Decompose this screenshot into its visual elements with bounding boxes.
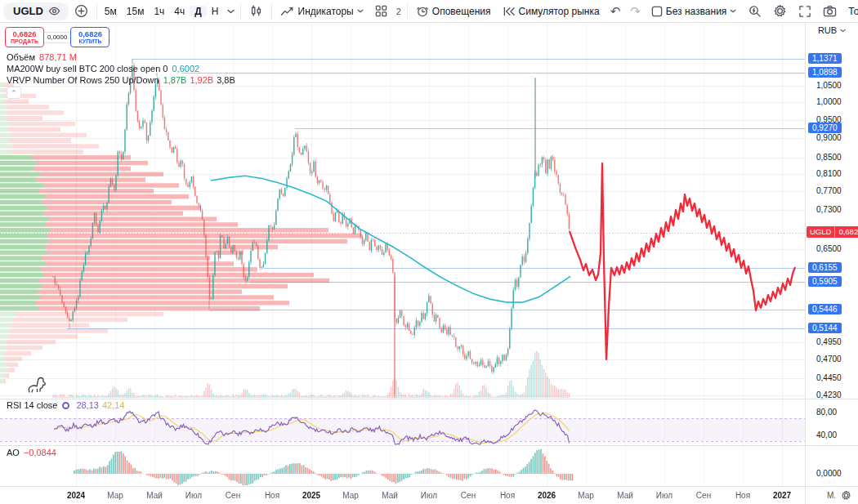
time-axis-month-label: Июл — [185, 491, 202, 500]
quick-search-button[interactable] — [742, 2, 767, 21]
layout-count-badge[interactable]: 2 — [393, 7, 404, 16]
symbol-search-button[interactable]: UGLD — [3, 2, 69, 20]
layout-name-label: Без названия — [666, 6, 727, 17]
timeframe-dropdown-chevron-icon[interactable] — [227, 9, 235, 14]
redo-icon[interactable]: ↷ — [625, 5, 646, 17]
badge-price: 0,6826 — [835, 226, 858, 238]
time-axis-year-label: 2024 — [67, 491, 85, 500]
trading-terminal: UGLD 5м 15м 1ч 4ч Д Н — [0, 0, 858, 504]
vrvp-study-label: VRVP Number Of Rows 250 Up/Down — [7, 75, 159, 85]
price-level-badge[interactable]: 0,5905 — [808, 276, 842, 287]
fullscreen-button[interactable] — [793, 2, 817, 21]
replay-label: Симулятор рынка — [519, 6, 600, 17]
indicators-icon — [280, 5, 295, 18]
toolbar-separator — [96, 3, 97, 20]
time-axis-month-label: Мар — [107, 491, 123, 500]
rsi-ma-value: 42,14 — [99, 400, 125, 410]
pane-separator[interactable] — [806, 445, 858, 446]
legend-vrvp-row[interactable]: VRVP Number Of Rows 250 Up/Down1,87B1,92… — [7, 75, 235, 85]
toolbar-separator — [407, 3, 408, 20]
price-level-badge[interactable]: 0,6155 — [808, 262, 842, 273]
vrvp-up-value: 1,87B — [159, 75, 187, 85]
chart-style-button[interactable] — [244, 2, 269, 21]
time-axis-month-label: Мар — [578, 491, 594, 500]
timeframe-1d[interactable]: Д — [190, 6, 207, 17]
dinosaur-doodle-drawing[interactable] — [26, 374, 49, 397]
undo-icon[interactable]: ↶ — [606, 5, 626, 17]
trade-button[interactable]: Торговать — [842, 2, 858, 21]
rsi-refresh-icon[interactable] — [62, 402, 69, 409]
alerts-button[interactable]: Оповещения — [410, 2, 497, 21]
time-axis-month-label: Сен — [226, 491, 240, 500]
ao-value: −0,0844 — [20, 448, 56, 457]
timeframe-15m[interactable]: 15м — [122, 6, 150, 17]
legend-ao-row[interactable]: AO−0,0844 — [7, 448, 56, 457]
fullscreen-icon — [798, 5, 811, 18]
rsi-tick-label: 80,00 — [816, 408, 837, 417]
price-tick-label: 0,4450 — [816, 373, 842, 382]
price-level-badge[interactable]: 1,1371 — [808, 53, 842, 64]
currency-selector[interactable]: RUB — [806, 25, 858, 35]
time-axis-year-label: 2025 — [302, 491, 320, 500]
price-tick-label: 0,7700 — [816, 186, 842, 195]
sell-label: ПРОДАТЬ — [11, 38, 38, 44]
legend-volume-row[interactable]: Объём878,71 M — [7, 52, 77, 62]
time-axis-month-label: Ноя — [735, 491, 750, 500]
time-axis-month-label: Сен — [461, 491, 476, 500]
chart-settings-button[interactable] — [767, 2, 793, 21]
buy-button[interactable]: 0,6826 КУПИТЬ — [70, 27, 109, 47]
price-level-badge[interactable]: 0,5446 — [808, 304, 842, 314]
ma-value: 0,6002 — [168, 64, 200, 74]
ao-study-label: AO — [7, 448, 20, 457]
legend-ma-row[interactable]: MA200W buy sell BTC 200 close open 00,60… — [7, 64, 199, 74]
price-tick-label: 0,4230 — [816, 390, 842, 399]
scale-settings-gear-icon[interactable] — [841, 490, 851, 501]
price-level-badge[interactable]: 0,9270 — [808, 123, 842, 133]
quick-search-icon — [748, 4, 762, 18]
price-level-badge[interactable]: 1,0898 — [808, 67, 842, 78]
symbol-name: UGLD — [13, 5, 43, 17]
gear-icon — [773, 4, 787, 18]
toolbar-right: Без названия — [646, 0, 858, 23]
compare-add-button[interactable] — [69, 2, 94, 21]
rsi-value: 28,13 — [71, 400, 99, 410]
timeframe-5m[interactable]: 5м — [100, 6, 122, 17]
replay-button[interactable]: Симулятор рынка — [497, 2, 606, 21]
eye-icon[interactable] — [48, 5, 60, 17]
alerts-label: Оповещения — [432, 6, 491, 17]
time-axis-month-label: Май — [146, 491, 163, 500]
collapse-panel-button[interactable]: ⌃ — [7, 87, 21, 99]
time-axis-month-label: Май — [382, 491, 398, 500]
instant-trade-panel: 0,6826 ПРОДАТЬ 0,0000 0,6826 КУПИТЬ — [5, 27, 109, 47]
top-toolbar: UGLD 5м 15м 1ч 4ч Д Н — [0, 0, 858, 23]
layout-select-button[interactable]: Без названия — [646, 2, 743, 21]
timeframe-1h[interactable]: 1ч — [149, 6, 169, 17]
camera-icon — [823, 5, 837, 17]
volume-study-label: Объём — [7, 52, 35, 62]
rsi-study-label: RSI 14 close — [7, 400, 57, 410]
chart-canvas[interactable] — [0, 23, 805, 486]
layout-grid-button[interactable] — [369, 2, 393, 21]
time-axis-month-label: Июл — [421, 491, 437, 500]
price-scale[interactable]: RUB 1,05001,00000,95000,90000,85000,8100… — [805, 23, 858, 486]
snapshot-button[interactable] — [817, 2, 842, 21]
indicators-label: Индикаторы — [298, 6, 354, 17]
legend-rsi-row[interactable]: RSI 14 close28,1342,14 — [7, 400, 124, 410]
price-tick-label: 1,0000 — [816, 97, 842, 106]
sell-button[interactable]: 0,6826 ПРОДАТЬ — [5, 27, 44, 47]
time-scale[interactable]: 2024МарМайИюлСенНоя2025МарМайИюлСенНоя20… — [0, 486, 805, 504]
time-axis-year-label: 2026 — [538, 491, 556, 500]
timezone-label[interactable]: М. — [827, 491, 836, 500]
last-price-badge[interactable]: UGLD0,6826 — [807, 226, 858, 238]
sell-price: 0,6826 — [12, 30, 36, 38]
indicators-button[interactable]: Индикаторы — [275, 2, 369, 21]
price-level-badge[interactable]: 0,5144 — [808, 323, 842, 333]
time-axis-month-label: Июл — [656, 491, 673, 500]
timeframe-4h[interactable]: 4ч — [169, 6, 190, 17]
toolbar-separator — [271, 3, 272, 20]
timeframe-1w[interactable]: Н — [207, 6, 224, 17]
time-axis-month-label: Май — [617, 491, 633, 500]
trade-button-label: Торговать — [848, 6, 858, 17]
replay-rewind-icon — [503, 6, 516, 17]
price-tick-label: 1,0500 — [816, 81, 842, 90]
